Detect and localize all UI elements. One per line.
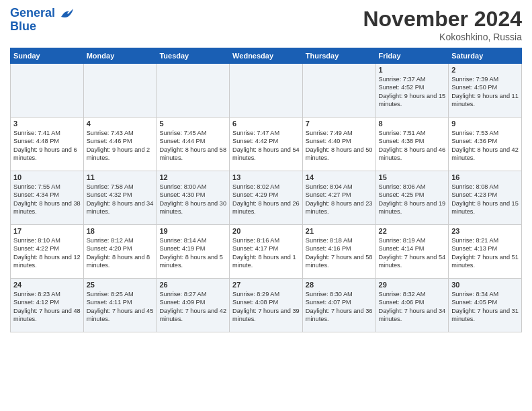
day-number: 20 (232, 227, 300, 235)
day-info: Sunrise: 8:30 AM Sunset: 4:07 PM Dayligh… (306, 290, 373, 324)
day-cell: 19Sunrise: 8:14 AM Sunset: 4:19 PM Dayli… (157, 225, 230, 279)
day-cell: 16Sunrise: 8:08 AM Sunset: 4:23 PM Dayli… (449, 171, 522, 225)
day-number: 18 (87, 227, 154, 235)
page-header: General Blue November 2024 Kokoshkino, R… (10, 7, 522, 42)
day-number: 16 (451, 173, 519, 181)
day-info: Sunrise: 7:55 AM Sunset: 4:34 PM Dayligh… (13, 183, 81, 216)
col-header-sunday: Sunday (11, 48, 84, 64)
day-number: 9 (451, 120, 519, 128)
day-info: Sunrise: 8:19 AM Sunset: 4:14 PM Dayligh… (379, 236, 446, 270)
day-number: 10 (13, 173, 81, 181)
day-info: Sunrise: 8:10 AM Sunset: 4:22 PM Dayligh… (13, 236, 81, 270)
day-info: Sunrise: 7:47 AM Sunset: 4:42 PM Dayligh… (232, 129, 300, 163)
day-info: Sunrise: 8:14 AM Sunset: 4:19 PM Dayligh… (159, 236, 226, 270)
day-cell (11, 64, 84, 118)
day-cell: 18Sunrise: 8:12 AM Sunset: 4:20 PM Dayli… (83, 225, 157, 279)
day-cell: 26Sunrise: 8:27 AM Sunset: 4:09 PM Dayli… (157, 279, 230, 332)
calendar-body: 1Sunrise: 7:37 AM Sunset: 4:52 PM Daylig… (11, 64, 522, 332)
day-cell: 28Sunrise: 8:30 AM Sunset: 4:07 PM Dayli… (302, 279, 375, 332)
header-row: SundayMondayTuesdayWednesdayThursdayFrid… (11, 48, 522, 64)
week-row-1: 1Sunrise: 7:37 AM Sunset: 4:52 PM Daylig… (11, 64, 522, 118)
day-info: Sunrise: 8:12 AM Sunset: 4:20 PM Dayligh… (87, 236, 154, 270)
day-cell: 9Sunrise: 7:53 AM Sunset: 4:36 PM Daylig… (449, 118, 522, 171)
day-cell: 6Sunrise: 7:47 AM Sunset: 4:42 PM Daylig… (230, 118, 303, 171)
location: Kokoshkino, Russia (363, 32, 522, 42)
day-info: Sunrise: 8:00 AM Sunset: 4:30 PM Dayligh… (159, 183, 226, 216)
day-number: 8 (379, 120, 446, 128)
day-number: 7 (306, 120, 373, 128)
col-header-wednesday: Wednesday (230, 48, 303, 64)
day-info: Sunrise: 7:45 AM Sunset: 4:44 PM Dayligh… (159, 129, 226, 163)
page-container: General Blue November 2024 Kokoshkino, R… (0, 0, 532, 339)
logo-bird-icon (60, 7, 75, 19)
day-cell: 10Sunrise: 7:55 AM Sunset: 4:34 PM Dayli… (11, 171, 84, 225)
day-number: 30 (451, 281, 519, 289)
day-number: 11 (87, 173, 154, 181)
day-number: 3 (13, 120, 81, 128)
day-cell: 30Sunrise: 8:34 AM Sunset: 4:05 PM Dayli… (449, 279, 522, 332)
day-cell: 27Sunrise: 8:29 AM Sunset: 4:08 PM Dayli… (230, 279, 303, 332)
day-cell: 13Sunrise: 8:02 AM Sunset: 4:29 PM Dayli… (230, 171, 303, 225)
col-header-monday: Monday (83, 48, 157, 64)
calendar-table: SundayMondayTuesdayWednesdayThursdayFrid… (10, 48, 522, 332)
logo: General Blue (10, 7, 75, 34)
title-block: November 2024 Kokoshkino, Russia (363, 7, 522, 42)
day-cell: 25Sunrise: 8:25 AM Sunset: 4:11 PM Dayli… (83, 279, 157, 332)
col-header-tuesday: Tuesday (157, 48, 230, 64)
day-cell: 1Sunrise: 7:37 AM Sunset: 4:52 PM Daylig… (375, 64, 449, 118)
day-number: 1 (379, 66, 446, 74)
day-cell: 21Sunrise: 8:18 AM Sunset: 4:16 PM Dayli… (302, 225, 375, 279)
day-cell: 14Sunrise: 8:04 AM Sunset: 4:27 PM Dayli… (302, 171, 375, 225)
day-info: Sunrise: 8:02 AM Sunset: 4:29 PM Dayligh… (232, 183, 300, 216)
day-info: Sunrise: 7:39 AM Sunset: 4:50 PM Dayligh… (451, 75, 519, 109)
day-number: 21 (306, 227, 373, 235)
day-cell: 20Sunrise: 8:16 AM Sunset: 4:17 PM Dayli… (230, 225, 303, 279)
day-number: 14 (306, 173, 373, 181)
day-cell: 17Sunrise: 8:10 AM Sunset: 4:22 PM Dayli… (11, 225, 84, 279)
day-cell: 3Sunrise: 7:41 AM Sunset: 4:48 PM Daylig… (11, 118, 84, 171)
day-info: Sunrise: 7:49 AM Sunset: 4:40 PM Dayligh… (306, 129, 373, 163)
day-info: Sunrise: 7:43 AM Sunset: 4:46 PM Dayligh… (87, 129, 154, 163)
day-cell: 4Sunrise: 7:43 AM Sunset: 4:46 PM Daylig… (83, 118, 157, 171)
day-number: 6 (232, 120, 300, 128)
logo-general: General (10, 6, 55, 19)
logo-blue: Blue (10, 20, 75, 34)
day-cell: 24Sunrise: 8:23 AM Sunset: 4:12 PM Dayli… (11, 279, 84, 332)
day-info: Sunrise: 8:32 AM Sunset: 4:06 PM Dayligh… (379, 290, 446, 324)
day-info: Sunrise: 8:18 AM Sunset: 4:16 PM Dayligh… (306, 236, 373, 270)
day-cell: 7Sunrise: 7:49 AM Sunset: 4:40 PM Daylig… (302, 118, 375, 171)
day-info: Sunrise: 7:53 AM Sunset: 4:36 PM Dayligh… (451, 129, 519, 163)
day-number: 29 (379, 281, 446, 289)
week-row-5: 24Sunrise: 8:23 AM Sunset: 4:12 PM Dayli… (11, 279, 522, 332)
week-row-4: 17Sunrise: 8:10 AM Sunset: 4:22 PM Dayli… (11, 225, 522, 279)
day-number: 22 (379, 227, 446, 235)
day-info: Sunrise: 8:27 AM Sunset: 4:09 PM Dayligh… (159, 290, 226, 324)
day-info: Sunrise: 7:41 AM Sunset: 4:48 PM Dayligh… (13, 129, 81, 163)
day-number: 28 (306, 281, 373, 289)
day-cell: 15Sunrise: 8:06 AM Sunset: 4:25 PM Dayli… (375, 171, 449, 225)
day-number: 24 (13, 281, 81, 289)
day-info: Sunrise: 8:08 AM Sunset: 4:23 PM Dayligh… (451, 183, 519, 216)
week-row-3: 10Sunrise: 7:55 AM Sunset: 4:34 PM Dayli… (11, 171, 522, 225)
col-header-saturday: Saturday (449, 48, 522, 64)
day-info: Sunrise: 8:29 AM Sunset: 4:08 PM Dayligh… (232, 290, 300, 324)
day-info: Sunrise: 8:21 AM Sunset: 4:13 PM Dayligh… (451, 236, 519, 270)
day-number: 27 (232, 281, 300, 289)
day-cell: 29Sunrise: 8:32 AM Sunset: 4:06 PM Dayli… (375, 279, 449, 332)
day-cell: 8Sunrise: 7:51 AM Sunset: 4:38 PM Daylig… (375, 118, 449, 171)
day-info: Sunrise: 7:51 AM Sunset: 4:38 PM Dayligh… (379, 129, 446, 163)
col-header-friday: Friday (375, 48, 449, 64)
month-title: November 2024 (363, 7, 522, 32)
day-info: Sunrise: 8:16 AM Sunset: 4:17 PM Dayligh… (232, 236, 300, 270)
day-number: 15 (379, 173, 446, 181)
day-cell: 12Sunrise: 8:00 AM Sunset: 4:30 PM Dayli… (157, 171, 230, 225)
calendar-header: SundayMondayTuesdayWednesdayThursdayFrid… (11, 48, 522, 64)
day-number: 2 (451, 66, 519, 74)
col-header-thursday: Thursday (302, 48, 375, 64)
day-cell (230, 64, 303, 118)
day-number: 17 (13, 227, 81, 235)
day-info: Sunrise: 8:06 AM Sunset: 4:25 PM Dayligh… (379, 183, 446, 216)
day-info: Sunrise: 7:37 AM Sunset: 4:52 PM Dayligh… (379, 75, 446, 109)
day-number: 4 (87, 120, 154, 128)
day-cell: 23Sunrise: 8:21 AM Sunset: 4:13 PM Dayli… (449, 225, 522, 279)
